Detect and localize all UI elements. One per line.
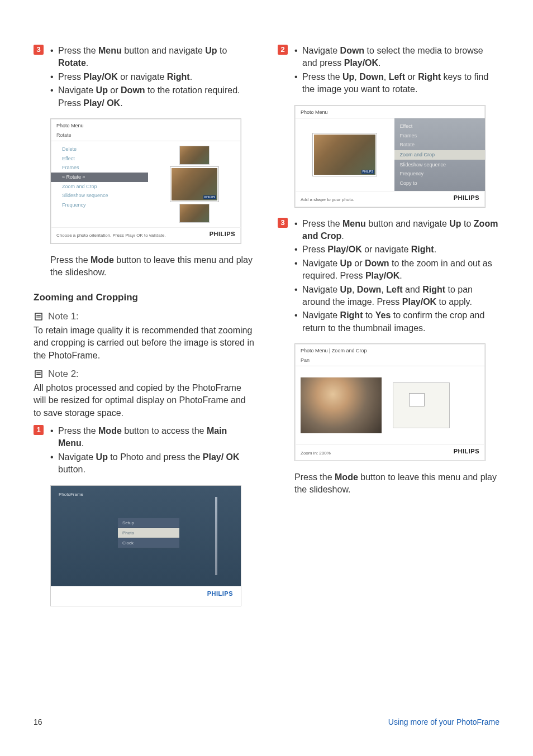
instruction: Navigate Up or Down to the rotation requ… [50,84,255,109]
instruction: Press the Menu button and navigate Up to… [50,45,255,70]
instruction: Press the Menu button and navigate Up to… [294,218,499,243]
step-badge: 3 [34,45,44,55]
instruction: Navigate Right to Yes to confirm the cro… [294,309,499,334]
menu-list: Effect Frames Rotate Zoom and Crop Slide… [394,118,486,191]
section-title: Using more of your PhotoFrame [388,717,499,728]
note-body: To retain image quality it is recommende… [34,324,255,362]
screenshot-subheader: Pan [295,357,485,367]
thumbnail [179,146,210,165]
step-badge: 2 [278,45,288,55]
step-1-left: 1 Press the Mode button to access the Ma… [34,425,255,477]
step-2-right: 2 Navigate Down to select the media to b… [278,45,499,97]
zoom-preview [301,377,382,433]
instruction: Navigate Up to Photo and press the Play/… [50,451,255,476]
page-number: 16 [34,717,42,728]
pan-target [393,382,450,428]
instruction: Navigate Down to select the media to bro… [294,45,499,70]
step-badge: 3 [278,218,288,228]
step-3-right: 3 Press the Menu button and navigate Up … [278,218,499,336]
pan-indicator [409,393,425,406]
brand-logo: PHILIPS [210,230,235,238]
main-menu-screenshot: PhotoFrame Setup Photo Clock PHILIPS [50,485,241,606]
photo-menu-screenshot: Photo Menu PHILIPS Effect Frames Rotate … [294,105,486,208]
brand-logo: PHILIPS [454,447,479,456]
instruction: Press Play/OK or navigate Right. [50,71,255,83]
thumbnail-selected: PHILIPS [170,167,218,202]
instruction-text: Press the Mode button to leave this menu… [294,471,499,496]
instruction-text: Press the Mode button to leave this menu… [50,254,255,279]
screenshot-hint: Add a shape to your photo. [301,197,354,203]
screenshot-header: Photo Menu [295,106,485,118]
note-icon [34,369,44,379]
instruction: Press the Up, Down, Left or Right keys t… [294,71,499,96]
note-title: Note 1: [48,310,79,323]
note-icon [34,312,44,322]
note-body: All photos processed and copied by the P… [34,382,255,419]
step-3-left: 3 Press the Menu button and navigate Up … [34,45,255,111]
screenshot-header: Photo Menu [51,119,241,132]
main-menu: Setup Photo Clock [118,518,179,549]
preview-pane: PHILIPS [148,141,241,227]
scroll-indicator [215,497,217,575]
thumbnail-selected: PHILIPS [313,133,377,176]
screenshot-subheader: Rotate [51,132,241,142]
thumbnail [179,204,210,223]
note-title: Note 2: [48,367,79,381]
brand-logo: PHILIPS [207,590,233,598]
zoom-level: Zoom in: 200% [301,450,331,456]
screenshot-title: PhotoFrame [51,486,241,503]
screenshot-hint: Choose a photo orientation. Press Play/ … [56,232,166,238]
preview-pane: PHILIPS [295,118,394,191]
menu-list: Delete Effect Frames » Rotate « Zoom and… [51,141,148,227]
step-badge: 1 [34,425,44,435]
instruction: Navigate Up, Down, Left and Right to pan… [294,284,499,309]
brand-logo: PHILIPS [454,194,479,202]
rotate-menu-screenshot: Photo Menu Rotate Delete Effect Frames »… [50,118,241,244]
pan-screenshot: Photo Menu | Zoom and Crop Pan Zoom in: … [294,343,486,461]
instruction: Press Play/OK or navigate Right. [294,243,499,256]
instruction: Press the Mode button to access the Main… [50,425,255,450]
screenshot-header: Photo Menu | Zoom and Crop [295,344,485,357]
section-heading: Zooming and Cropping [34,291,255,304]
instruction: Navigate Up or Down to the zoom in and o… [294,257,499,283]
